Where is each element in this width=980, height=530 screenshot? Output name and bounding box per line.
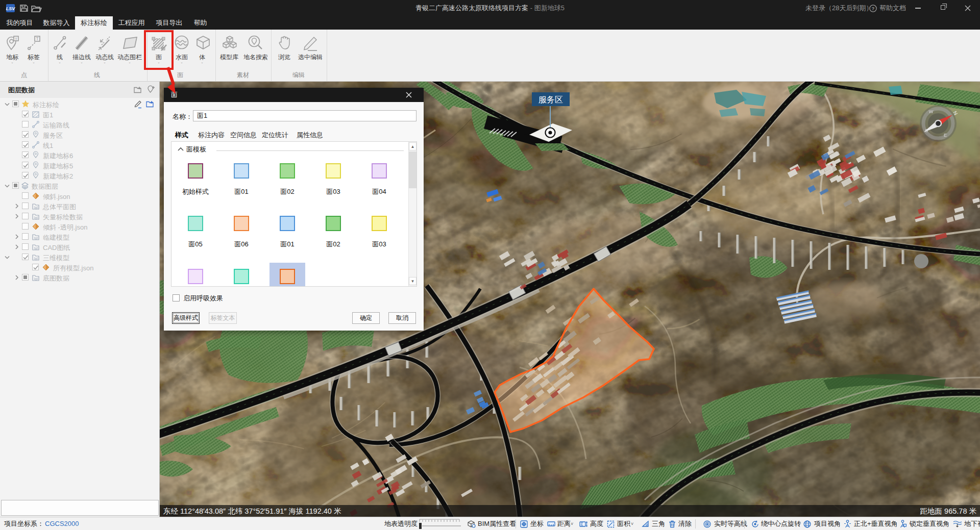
- svg-text:距地面 965.78 米: 距地面 965.78 米: [920, 507, 977, 515]
- svg-text:T: T: [15, 37, 17, 41]
- svg-text:服务区: 服务区: [538, 95, 563, 104]
- svg-text:S: S: [925, 128, 928, 133]
- svg-text:T: T: [36, 36, 38, 41]
- svg-text:?: ?: [872, 6, 875, 11]
- svg-text:W: W: [929, 109, 934, 114]
- svg-text:E: E: [944, 133, 947, 138]
- svg-text:东经 112°48′43.08″ 北纬 37°52′51.: 东经 112°48′43.08″ 北纬 37°52′51.91″ 海拔 1192…: [163, 507, 341, 515]
